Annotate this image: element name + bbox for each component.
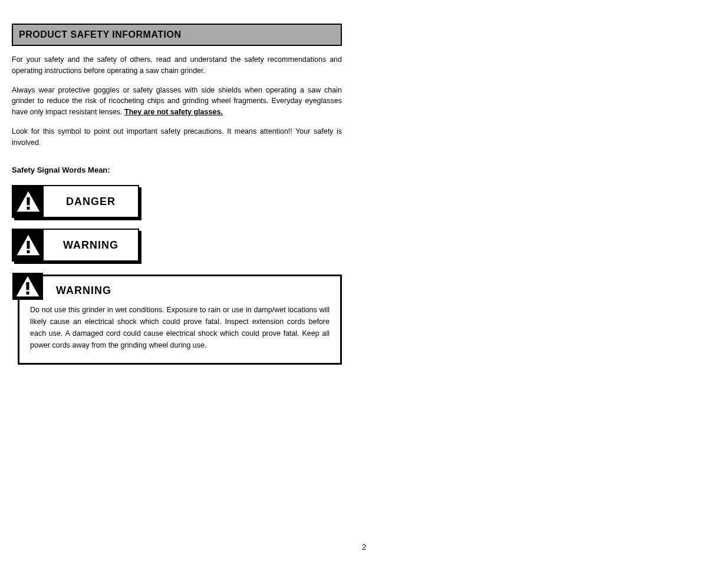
danger-alert-icon <box>13 186 44 217</box>
svg-rect-8 <box>26 292 29 295</box>
warning-detail-box: WARNING Do not use this grinder in wet c… <box>18 275 342 365</box>
paragraph-2: Always wear protective goggles or safety… <box>12 85 342 118</box>
warning-box-body: Do not use this grinder in wet condition… <box>30 304 330 351</box>
warning-box-alert-icon <box>12 273 43 300</box>
svg-rect-5 <box>27 250 29 253</box>
paragraph-1: For your safety and the safety of others… <box>12 54 342 77</box>
warning-label-text: WARNING <box>44 230 138 260</box>
paragraph-3: Look for this symbol to point out import… <box>12 126 342 148</box>
danger-label-text: DANGER <box>44 186 138 217</box>
svg-rect-1 <box>27 197 29 205</box>
svg-rect-7 <box>26 282 29 290</box>
page-number: 2 <box>0 543 728 551</box>
warning-label-box: WARNING <box>12 229 139 262</box>
alert-triangle-icon <box>15 275 40 297</box>
svg-rect-4 <box>27 241 29 249</box>
warning-alert-icon <box>13 230 44 260</box>
signal-words-heading: Safety Signal Words Mean: <box>12 166 342 174</box>
alert-triangle-icon <box>16 190 41 213</box>
warning-box-title: WARNING <box>56 285 330 297</box>
paragraph-2-underline: They are not safety glasses. <box>124 108 223 116</box>
danger-label-box: DANGER <box>12 185 139 218</box>
svg-rect-2 <box>27 207 29 210</box>
section-header: PRODUCT SAFETY INFORMATION <box>12 24 342 46</box>
alert-triangle-icon <box>16 234 41 256</box>
